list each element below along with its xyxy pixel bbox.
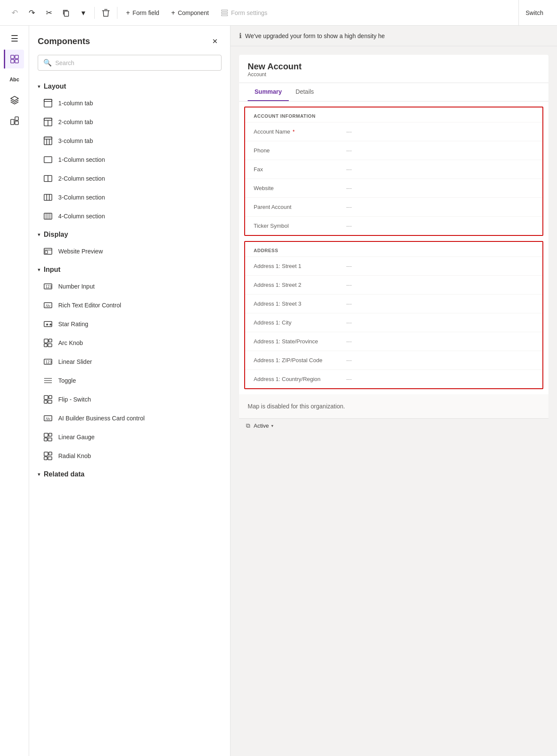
cut-button[interactable]: ✂ — [41, 5, 57, 21]
tab-details[interactable]: Details — [289, 83, 321, 101]
website-value: --- — [346, 185, 352, 191]
ticker-symbol-value: --- — [346, 223, 352, 229]
layout-section-header[interactable]: ▾ Layout — [33, 77, 227, 94]
table-row: Address 1: Street 1 --- — [245, 256, 542, 275]
external-link-icon[interactable]: ⧉ — [246, 422, 250, 429]
list-item[interactable]: Abc AI Builder Business Card control — [33, 409, 227, 428]
table-row: Address 1: Street 2 --- — [245, 275, 542, 294]
list-item[interactable]: Linear Gauge — [33, 428, 227, 446]
table-row: Address 1: Country/Region --- — [245, 369, 542, 388]
sidebar-hamburger-button[interactable]: ☰ — [5, 29, 24, 48]
list-item[interactable]: Radial Knob — [33, 446, 227, 465]
list-item[interactable]: 4-Column section — [33, 207, 227, 226]
svg-text:Abc: Abc — [45, 304, 51, 308]
account-info-section-wrapper: ACCOUNT INFORMATION Account Name * --- P… — [244, 107, 543, 236]
table-row: Parent Account --- — [245, 197, 542, 216]
list-item[interactable]: ★★ Star Rating — [33, 315, 227, 333]
address-section-wrapper: ADDRESS Address 1: Street 1 --- Address … — [244, 241, 543, 389]
info-icon: ℹ — [239, 32, 242, 40]
svg-rect-5 — [15, 55, 18, 59]
street1-value: --- — [346, 263, 352, 269]
list-item[interactable]: 123 Linear Slider — [33, 352, 227, 371]
list-item[interactable]: Arc Knob — [33, 333, 227, 352]
add-component-button[interactable]: + Component — [166, 6, 214, 19]
toolbar: ↶ ↷ ✂ ▾ + Form field + Component Form se… — [0, 0, 557, 26]
street3-value: --- — [346, 301, 352, 307]
linear-gauge-label: Linear Gauge — [58, 434, 95, 441]
table-row: Phone --- — [245, 141, 542, 160]
1-column-tab-label: 1-column tab — [58, 100, 93, 107]
layout-section-title: Layout — [44, 83, 66, 90]
svg-rect-12 — [44, 99, 52, 101]
display-section-title: Display — [44, 231, 68, 238]
list-item[interactable]: 2-column tab — [33, 113, 227, 131]
svg-rect-16 — [44, 137, 52, 145]
dropdown-button[interactable]: ▾ — [75, 5, 91, 21]
street1-label: Address 1: Street 1 — [254, 263, 339, 269]
account-info-section-name: ACCOUNT INFORMATION — [245, 107, 542, 122]
list-item[interactable]: 123 Number Input — [33, 277, 227, 296]
table-row: Fax --- — [245, 160, 542, 179]
list-item[interactable]: 1-Column section — [33, 150, 227, 169]
4-column-section-label: 4-Column section — [58, 213, 105, 220]
country-region-label: Address 1: Country/Region — [254, 376, 339, 382]
tab-summary[interactable]: Summary — [248, 83, 289, 101]
search-box[interactable]: 🔍 — [38, 55, 222, 71]
related-data-section-header[interactable]: ▾ Related data — [33, 465, 227, 482]
svg-rect-54 — [44, 433, 48, 437]
display-chevron-icon: ▾ — [38, 232, 40, 238]
table-row: Address 1: Street 3 --- — [245, 294, 542, 313]
layout-chevron-icon: ▾ — [38, 83, 40, 89]
list-item[interactable]: Abc Rich Text Editor Control — [33, 296, 227, 315]
arc-knob-label: Arc Knob — [58, 339, 83, 346]
radial-knob-label: Radial Knob — [58, 452, 91, 459]
close-panel-button[interactable]: ✕ — [208, 34, 222, 48]
form-preview: New Account Account Summary Details ACCO… — [231, 46, 557, 756]
copy-button[interactable] — [58, 5, 74, 21]
list-item[interactable]: 1-column tab — [33, 94, 227, 113]
display-section-header[interactable]: ▾ Display — [33, 226, 227, 242]
list-item[interactable]: Flip - Switch — [33, 390, 227, 409]
svg-rect-6 — [11, 60, 14, 63]
list-item[interactable]: Toggle — [33, 371, 227, 390]
svg-text:123: 123 — [45, 360, 52, 364]
status-bar: ⧉ Active ▾ — [239, 418, 548, 433]
phone-value: --- — [346, 147, 352, 154]
svg-rect-32 — [45, 251, 48, 253]
status-badge[interactable]: Active ▾ — [254, 423, 273, 429]
undo-button[interactable]: ↶ — [7, 5, 22, 21]
input-section-header[interactable]: ▾ Input — [33, 261, 227, 277]
svg-rect-58 — [44, 452, 48, 456]
rich-text-editor-label: Rich Text Editor Control — [58, 302, 121, 309]
toolbar-divider-1 — [94, 7, 95, 19]
svg-rect-40 — [49, 339, 52, 342]
svg-rect-59 — [49, 452, 52, 455]
content-area: ℹ We've upgraded your form to show a hig… — [231, 26, 557, 756]
redo-button[interactable]: ↷ — [24, 5, 39, 21]
search-input[interactable] — [55, 60, 216, 66]
sidebar-grid-button[interactable] — [4, 50, 24, 68]
related-data-section-title: Related data — [44, 470, 84, 478]
svg-rect-17 — [44, 137, 52, 139]
components-list: ▾ Layout 1-column tab — [29, 77, 230, 756]
form-settings-disabled: Form settings — [216, 6, 273, 19]
components-panel: Components ✕ 🔍 ▾ Layout 1-column tab — [29, 26, 231, 756]
2-column-section-icon — [43, 173, 53, 184]
svg-text:123: 123 — [45, 285, 52, 289]
list-item[interactable]: 2-Column section — [33, 169, 227, 188]
delete-button[interactable] — [98, 5, 114, 21]
svg-rect-3 — [222, 15, 228, 16]
list-item[interactable]: 3-Column section — [33, 188, 227, 207]
status-chevron-icon: ▾ — [271, 423, 273, 428]
switch-button[interactable]: Switch — [518, 0, 550, 26]
list-item[interactable]: Website Preview — [33, 242, 227, 261]
3-column-tab-icon — [43, 136, 53, 146]
3-column-tab-label: 3-column tab — [58, 137, 93, 144]
sidebar-component-button[interactable] — [5, 111, 24, 130]
list-item[interactable]: 3-column tab — [33, 131, 227, 150]
sidebar-abc-button[interactable]: Abc — [5, 70, 24, 89]
zip-postal-value: --- — [346, 357, 352, 363]
1-column-section-label: 1-Column section — [58, 156, 105, 163]
add-form-field-button[interactable]: + Form field — [121, 6, 165, 19]
sidebar-layers-button[interactable] — [5, 91, 24, 110]
